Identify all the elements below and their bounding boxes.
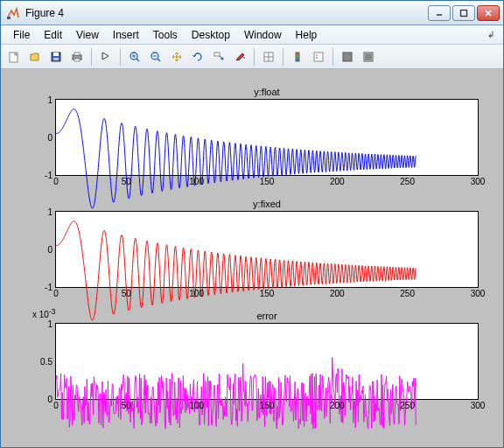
svg-rect-8: [74, 52, 80, 55]
menu-edit[interactable]: Edit: [37, 26, 69, 44]
line-error: [56, 324, 478, 447]
svg-rect-2: [461, 10, 467, 16]
menu-file[interactable]: File: [6, 26, 37, 44]
matlab-icon: [6, 6, 20, 20]
titlebar[interactable]: Figure 4: [1, 1, 503, 25]
y-exponent: x 10-3: [32, 307, 55, 319]
svg-rect-27: [343, 52, 352, 61]
yticks-2: 1 0 -1: [24, 212, 52, 287]
axes-area: y:float 1 0 -1 0 50 100 150 200 250 3: [1, 69, 503, 447]
axes-3[interactable]: 1 0.5 0 0 50 100 150 200 250 300: [55, 323, 479, 400]
window-title: Figure 4: [25, 7, 428, 19]
figure-window: Figure 4 File Edit View Insert Tools Des…: [0, 0, 504, 448]
subplot-3: x 10-3 error 1 0.5 0 0 50 100 150 200 25…: [55, 309, 479, 400]
xticks-2: 0 50 100 150 200 250 300: [56, 289, 478, 301]
xticks-1: 0 50 100 150 200 250 300: [56, 177, 478, 189]
menubar: File Edit View Insert Tools Desktop Wind…: [1, 25, 503, 45]
svg-rect-24: [314, 52, 323, 61]
link-button[interactable]: [259, 47, 278, 66]
toolbar: [1, 45, 503, 69]
svg-rect-17: [214, 52, 220, 56]
new-figure-button[interactable]: [4, 47, 24, 66]
subplot-2: y:fixed 1 0 -1 0 50 100 150 200 250 3: [55, 197, 479, 288]
rotate-button[interactable]: [188, 47, 207, 66]
subplot-2-title: y:fixed: [55, 197, 479, 211]
subplot-1: y:float 1 0 -1 0 50 100 150 200 250 3: [55, 85, 479, 176]
zoom-out-button[interactable]: [146, 47, 165, 66]
hide-tools-button[interactable]: [338, 47, 357, 66]
svg-point-19: [221, 57, 224, 60]
menu-tools[interactable]: Tools: [146, 26, 185, 44]
edit-plot-button[interactable]: [96, 47, 116, 66]
pan-button[interactable]: [167, 47, 186, 66]
menu-window[interactable]: Window: [237, 26, 289, 44]
svg-line-15: [158, 59, 160, 61]
svg-rect-9: [74, 59, 80, 61]
insert-legend-button[interactable]: [309, 47, 328, 66]
svg-rect-23: [296, 52, 299, 61]
dock-icon[interactable]: ↲: [487, 30, 498, 39]
yticks-3: 1 0.5 0: [24, 324, 52, 399]
open-button[interactable]: [25, 47, 45, 66]
brush-button[interactable]: [230, 47, 249, 66]
zoom-in-button[interactable]: [125, 47, 144, 66]
insert-colorbar-button[interactable]: [288, 47, 307, 66]
svg-rect-6: [53, 58, 59, 60]
menu-insert[interactable]: Insert: [106, 26, 146, 44]
xticks-3: 0 50 100 150 200 250 300: [56, 401, 478, 413]
svg-line-11: [136, 59, 139, 61]
subplot-1-title: y:float: [55, 85, 479, 99]
menu-view[interactable]: View: [69, 26, 106, 44]
minimize-button[interactable]: [428, 5, 451, 21]
axes-1[interactable]: 1 0 -1 0 50 100 150 200 250 300: [55, 99, 479, 176]
save-button[interactable]: [46, 47, 66, 66]
close-button[interactable]: [477, 5, 500, 21]
subplot-3-title: error: [55, 309, 479, 323]
yticks-1: 1 0 -1: [24, 100, 52, 175]
svg-rect-5: [53, 52, 59, 56]
print-button[interactable]: [67, 47, 87, 66]
show-tools-button[interactable]: [359, 47, 378, 66]
data-cursor-button[interactable]: [209, 47, 228, 66]
axes-2[interactable]: 1 0 -1 0 50 100 150 200 250 300: [55, 211, 479, 288]
svg-rect-29: [365, 53, 372, 60]
menu-desktop[interactable]: Desktop: [185, 26, 237, 44]
svg-rect-0: [7, 17, 10, 19]
maximize-button[interactable]: [452, 5, 475, 21]
menu-help[interactable]: Help: [289, 26, 325, 44]
